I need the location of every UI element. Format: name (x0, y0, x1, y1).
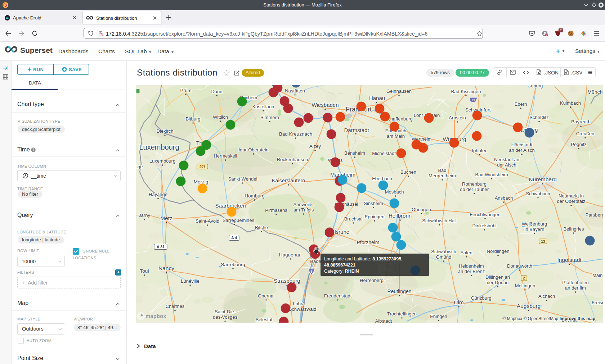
svg-text:Schwabach: Schwabach (526, 191, 550, 196)
svg-text:Coburg: Coburg (528, 85, 543, 88)
svg-text:© Mapbox © OpenStreetMap Impro: © Mapbox © OpenStreetMap Improve this ma… (502, 316, 595, 321)
svg-text:Aalen: Aalen (460, 250, 472, 255)
svg-text:Luxembourg: Luxembourg (139, 143, 179, 151)
svg-text:Ingolstadt: Ingolstadt (557, 257, 582, 263)
svg-text:Bruchsal: Bruchsal (344, 216, 363, 222)
svg-text:Wiesbaden: Wiesbaden (312, 102, 339, 108)
svg-text:Beilngries: Beilngries (563, 226, 584, 232)
svg-text:an der Brenz: an der Brenz (458, 269, 485, 274)
svg-text:Bad Kreuznach: Bad Kreuznach (279, 131, 312, 137)
svg-text:Augsburg: Augsburg (517, 303, 541, 309)
svg-text:2: 2 (523, 276, 525, 280)
svg-text:Heilbronn: Heilbronn (389, 213, 412, 219)
svg-text:Hanau: Hanau (369, 95, 385, 101)
svg-text:Bayreuth: Bayreuth (571, 119, 591, 124)
svg-text:Schwarzwald: Schwarzwald (289, 306, 317, 312)
svg-text:5: 5 (310, 269, 313, 273)
svg-text:Charmes: Charmes (166, 304, 185, 309)
svg-text:Eberbach: Eberbach (372, 176, 392, 181)
svg-text:Ehingen: Ehingen (430, 314, 447, 319)
svg-text:Meitingen: Meitingen (515, 283, 535, 288)
svg-text:Gelnhausen: Gelnhausen (386, 88, 412, 94)
svg-text:Mosbach: Mosbach (385, 189, 404, 195)
svg-text:Lahr/: Lahr/ (293, 301, 304, 306)
svg-text:Lunéville: Lunéville (181, 278, 199, 284)
svg-text:48.8859674221: 48.8859674221 (324, 263, 355, 268)
svg-text:13: 13 (541, 240, 545, 244)
svg-text:Rothenburg: Rothenburg (462, 181, 487, 187)
svg-text:der Donau: der Donau (487, 280, 509, 285)
svg-text:Sankt Wendel: Sankt Wendel (228, 176, 257, 182)
svg-text:mapbox: mapbox (145, 313, 166, 319)
svg-text:Ulm: Ulm (454, 299, 464, 305)
svg-text:Annweiler: Annweiler (293, 202, 314, 207)
svg-text:Freising: Freising (592, 300, 603, 305)
svg-text:Heidenheim: Heidenheim (459, 263, 484, 269)
svg-text:A 4: A 4 (231, 236, 237, 240)
svg-text:Dillingen an: Dillingen an (485, 274, 510, 280)
svg-text:Bitburg: Bitburg (185, 116, 200, 122)
svg-text:Pforzheim: Pforzheim (357, 240, 379, 245)
svg-text:71: 71 (471, 98, 475, 102)
svg-text:des-Vosges: des-Vosges (213, 314, 237, 320)
svg-text:Trochtelfingen: Trochtelfingen (387, 311, 417, 317)
svg-text:Alzey: Alzey (309, 144, 321, 149)
svg-text:Saint-Dié-: Saint-Dié- (215, 309, 236, 314)
svg-text:Jarny: Jarny (139, 213, 150, 218)
svg-text:Öhringen: Öhringen (412, 207, 431, 212)
svg-text:Bitche: Bitche (255, 225, 268, 230)
svg-text:Buchen: Buchen (400, 169, 416, 175)
svg-text:Nastätten: Nastätten (285, 88, 305, 94)
svg-text:Sinsheim: Sinsheim (364, 201, 383, 206)
svg-text:an der Aisch: an der Aisch (509, 147, 535, 153)
svg-text:Category: RHEIN: Category: RHEIN (324, 269, 359, 274)
svg-text:München: München (587, 89, 603, 95)
svg-text:Merzig: Merzig (194, 179, 209, 185)
svg-text:Freudenstadt: Freudenstadt (324, 293, 352, 299)
svg-text:der Aisch: der Aisch (497, 162, 516, 168)
svg-text:Sarrebourg: Sarrebourg (221, 262, 245, 267)
svg-text:Bad: Bad (438, 168, 446, 173)
svg-text:Arnstein: Arnstein (449, 115, 466, 120)
svg-text:Longitude and Latitude: 8.1359: Longitude and Latitude: 8.1359273095, (324, 256, 403, 261)
svg-text:Idar-Oberstein: Idar-Oberstein (238, 147, 268, 153)
svg-text:Kaiserslautern: Kaiserslautern (272, 178, 305, 183)
svg-text:Sélestat: Sélestat (256, 317, 273, 322)
svg-text:Darmstadt: Darmstadt (344, 127, 369, 133)
svg-text:Homburg: Homburg (245, 193, 265, 199)
svg-text:Reutlingen: Reutlingen (387, 288, 412, 294)
svg-text:Toul: Toul (140, 268, 149, 274)
svg-text:Herrenberg: Herrenberg (360, 278, 384, 283)
svg-text:Michelstadt: Michelstadt (372, 151, 396, 156)
svg-text:Luxembourg: Luxembourg (149, 158, 175, 164)
svg-text:Strasbourg: Strasbourg (274, 278, 300, 284)
svg-text:Kastellaun: Kastellaun (252, 104, 274, 109)
svg-text:Feuchtwangen: Feuchtwangen (470, 212, 500, 217)
svg-text:Kulmbach: Kulmbach (560, 100, 581, 106)
svg-text:Pirmasens: Pirmasens (265, 208, 287, 213)
svg-text:Mergentheim: Mergentheim (429, 173, 456, 178)
svg-text:Nancy: Nancy (158, 265, 174, 271)
svg-text:Weißenburg: Weißenburg (522, 221, 547, 227)
svg-text:Bad Windsheim: Bad Windsheim (475, 172, 508, 177)
svg-text:Iphofen: Iphofen (472, 148, 487, 153)
svg-text:Höchstadt: Höchstadt (511, 142, 533, 147)
svg-text:Dinkelsbühl: Dinkelsbühl (472, 223, 496, 228)
svg-text:Simmern: Simmern (260, 115, 279, 120)
svg-text:Schwäbisch: Schwäbisch (431, 249, 456, 254)
svg-text:Günzburg: Günzburg (471, 295, 491, 301)
svg-text:Gmünd: Gmünd (436, 254, 452, 260)
svg-text:Pegnitz: Pegnitz (571, 142, 586, 147)
svg-text:an der Ilm: an der Ilm (565, 285, 586, 291)
svg-text:Haguenau: Haguenau (279, 252, 301, 258)
svg-text:Scheßlitz: Scheßlitz (529, 115, 548, 120)
svg-text:Diekirch: Diekirch (157, 128, 174, 134)
svg-text:Bensheim: Bensheim (344, 150, 365, 156)
svg-text:der Oberpfalz: der Oberpfalz (557, 199, 586, 204)
svg-text:Prüm: Prüm (180, 88, 191, 93)
svg-text:407: 407 (200, 165, 206, 169)
svg-text:Hermeskeil: Hermeskeil (214, 153, 237, 159)
svg-text:ob der Tauber: ob der Tauber (460, 187, 489, 192)
svg-text:Bad Kissingen: Bad Kissingen (451, 89, 481, 94)
svg-text:Albstadt: Albstadt (375, 318, 392, 323)
